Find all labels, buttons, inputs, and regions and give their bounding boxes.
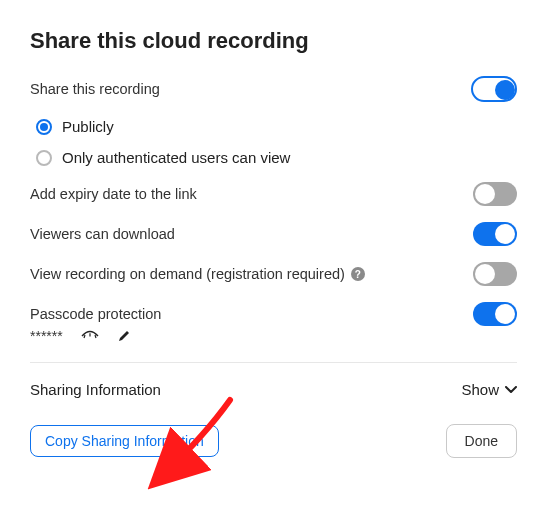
passcode-value-line: ****** [30, 328, 517, 344]
help-icon[interactable]: ? [351, 267, 365, 281]
share-recording-row: Share this recording [30, 76, 517, 102]
passcode-toggle[interactable] [473, 302, 517, 326]
visibility-option-public[interactable]: Publicly [36, 118, 517, 135]
sharing-information-label: Sharing Information [30, 381, 161, 398]
radio-icon [36, 150, 52, 166]
sharing-information-row: Sharing Information Show [30, 381, 517, 398]
download-label: Viewers can download [30, 226, 175, 242]
download-row: Viewers can download [30, 222, 517, 246]
option-label: Only authenticated users can view [62, 149, 290, 166]
copy-sharing-information-button[interactable]: Copy Sharing Information [30, 425, 219, 457]
done-button[interactable]: Done [446, 424, 517, 458]
visibility-option-authenticated[interactable]: Only authenticated users can view [36, 149, 517, 166]
expiry-toggle[interactable] [473, 182, 517, 206]
on-demand-label: View recording on demand (registration r… [30, 266, 345, 282]
dialog-title: Share this cloud recording [30, 28, 517, 54]
svg-line-2 [95, 335, 96, 338]
chevron-down-icon [505, 386, 517, 394]
passcode-masked-value: ****** [30, 328, 63, 344]
expiry-label: Add expiry date to the link [30, 186, 197, 202]
download-toggle[interactable] [473, 222, 517, 246]
on-demand-toggle[interactable] [473, 262, 517, 286]
visibility-options: Publicly Only authenticated users can vi… [36, 118, 517, 166]
sharing-information-toggle-label: Show [461, 381, 499, 398]
svg-line-0 [84, 335, 85, 338]
sharing-information-toggle[interactable]: Show [461, 381, 517, 398]
passcode-row: Passcode protection [30, 302, 517, 326]
divider [30, 362, 517, 363]
edit-passcode-icon[interactable] [117, 329, 131, 343]
expiry-row: Add expiry date to the link [30, 182, 517, 206]
dialog-footer: Copy Sharing Information Done [30, 424, 517, 458]
on-demand-row: View recording on demand (registration r… [30, 262, 517, 286]
option-label: Publicly [62, 118, 114, 135]
passcode-label: Passcode protection [30, 306, 161, 322]
share-recording-toggle[interactable] [471, 76, 517, 102]
reveal-passcode-icon[interactable] [81, 330, 99, 342]
radio-icon [36, 119, 52, 135]
share-recording-label: Share this recording [30, 81, 160, 97]
